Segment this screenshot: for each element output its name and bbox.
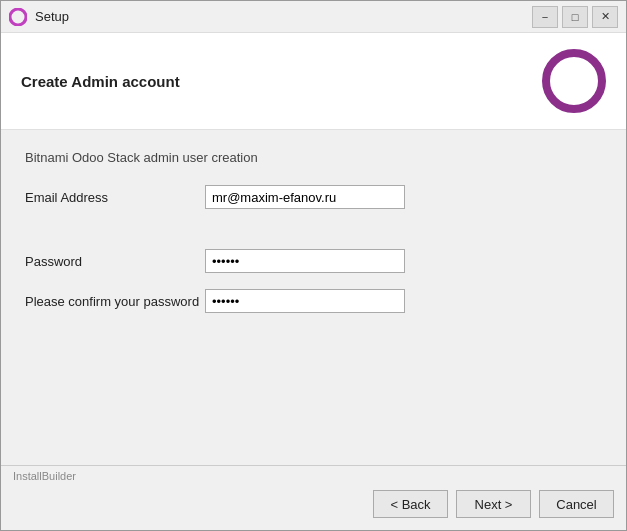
title-bar-controls: − □ ✕	[532, 6, 618, 28]
app-icon	[9, 8, 27, 26]
maximize-button[interactable]: □	[562, 6, 588, 28]
email-group: Email Address	[25, 185, 602, 209]
form-subtitle: Bitnami Odoo Stack admin user creation	[25, 150, 602, 165]
button-bar: < Back Next > Cancel	[1, 482, 626, 530]
confirm-label: Please confirm your password	[25, 294, 205, 309]
confirm-group: Please confirm your password	[25, 289, 602, 313]
back-button[interactable]: < Back	[373, 490, 448, 518]
page-title: Create Admin account	[21, 73, 180, 90]
email-label: Email Address	[25, 190, 205, 205]
close-button[interactable]: ✕	[592, 6, 618, 28]
minimize-button[interactable]: −	[532, 6, 558, 28]
logo-circle	[542, 49, 606, 113]
main-content: Bitnami Odoo Stack admin user creation E…	[1, 130, 626, 465]
confirm-input[interactable]	[205, 289, 405, 313]
cancel-button[interactable]: Cancel	[539, 490, 614, 518]
password-label: Password	[25, 254, 205, 269]
setup-window: Setup − □ ✕ Create Admin account Bitnami…	[0, 0, 627, 531]
next-button[interactable]: Next >	[456, 490, 531, 518]
email-input[interactable]	[205, 185, 405, 209]
svg-point-0	[10, 9, 26, 25]
password-input[interactable]	[205, 249, 405, 273]
title-bar-left: Setup	[9, 8, 69, 26]
window-title: Setup	[35, 9, 69, 24]
content-area: Create Admin account Bitnami Odoo Stack …	[1, 33, 626, 465]
password-group: Password	[25, 249, 602, 273]
title-bar: Setup − □ ✕	[1, 1, 626, 33]
footer-area: InstallBuilder < Back Next > Cancel	[1, 465, 626, 530]
header-section: Create Admin account	[1, 33, 626, 130]
installbuilder-label: InstallBuilder	[1, 466, 626, 482]
